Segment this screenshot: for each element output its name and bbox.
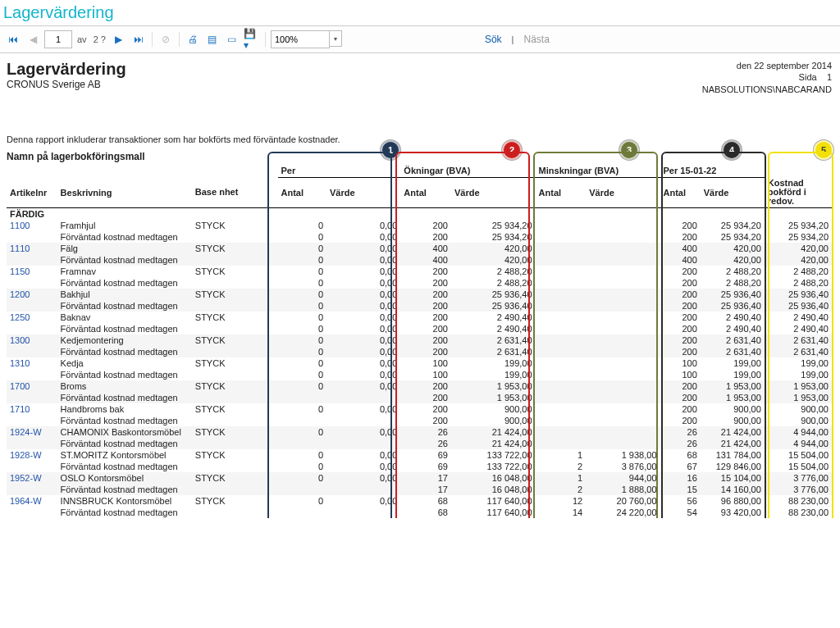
export-icon[interactable]: 💾▾: [244, 31, 260, 48]
item-desc: Baknav: [57, 312, 192, 323]
annotation-badge-3: 3: [619, 140, 639, 160]
disclaimer-text: Denna rapport inkluderar transaktioner s…: [7, 134, 832, 144]
expected-label: Förväntad kostnad medtagen: [57, 438, 278, 449]
item-unit: STYCK: [192, 289, 278, 300]
table-row: 1310KedjaSTYCK00,00100199,00100199,00199…: [7, 357, 832, 369]
annotation-badge-4: 4: [722, 140, 742, 160]
item-unit: STYCK: [192, 220, 278, 231]
stop-icon: ⊘: [158, 31, 174, 48]
table-row: 1300KedjemonteringSTYCK00,002002 631,402…: [7, 334, 832, 346]
expected-cost-row: Förväntad kostnad medtagen2001 953,00200…: [7, 392, 832, 403]
col-beskrivning: Beskrivning: [57, 177, 192, 208]
zoom-dropdown-icon[interactable]: ▾: [330, 30, 342, 47]
report-subtitle: CRONUS Sverige AB: [7, 79, 126, 90]
expected-label: Förväntad kostnad medtagen: [57, 461, 278, 472]
page-title: Lagervärdering: [0, 0, 840, 25]
item-unit: STYCK: [192, 312, 278, 323]
item-no-link[interactable]: 1250: [7, 312, 57, 323]
table-row: 1100FramhjulSTYCK00,0020025 934,2020025 …: [7, 220, 832, 231]
next-page-icon[interactable]: ▶: [111, 31, 127, 48]
report-title: Lagervärdering: [7, 60, 126, 79]
item-desc: Handbroms bak: [57, 403, 192, 415]
item-desc: Framhjul: [57, 220, 192, 231]
expected-label: Förväntad kostnad medtagen: [57, 346, 278, 357]
item-unit: STYCK: [192, 403, 278, 415]
expected-cost-row: Förväntad kostnad medtagen00,002002 631,…: [7, 346, 832, 357]
item-no-link[interactable]: 1928-W: [7, 449, 57, 461]
table-row: 1964-WINNSBRUCK KontorsmöbelSTYCK00,0068…: [7, 495, 832, 507]
expected-cost-row: Förväntad kostnad medtagen00,0069133 722…: [7, 461, 832, 472]
col-group-okningar: Ökningar (BVA): [400, 164, 535, 178]
item-unit: STYCK: [192, 426, 278, 438]
item-desc: Bakhjul: [57, 289, 192, 300]
item-desc: CHAMONIX Baskontorsmöbel: [57, 426, 192, 438]
item-no-link[interactable]: 1700: [7, 380, 57, 392]
col-group-per-date: Per 15-01-22: [660, 164, 765, 178]
print-icon[interactable]: 🖨: [185, 31, 201, 48]
item-no-link[interactable]: 1924-W: [7, 426, 57, 438]
item-desc: Fälg: [57, 243, 192, 254]
table-row: 1952-WOSLO KontorsmöbelSTYCK00,001716 04…: [7, 472, 832, 484]
page-setup-icon[interactable]: ▭: [224, 31, 240, 48]
item-desc: Broms: [57, 380, 192, 392]
expected-cost-row: Förväntad kostnad medtagen00,0020025 934…: [7, 231, 832, 243]
prev-page-icon[interactable]: ◀: [25, 31, 41, 48]
col-kostnad: Kostnad bokförd i redov.: [765, 177, 832, 208]
expected-cost-row: Förväntad kostnad medtagen00,002002 490,…: [7, 323, 832, 334]
item-no-link[interactable]: 1952-W: [7, 472, 57, 484]
item-no-link[interactable]: 1110: [7, 243, 57, 254]
item-unit: STYCK: [192, 243, 278, 254]
annotation-badge-5: 5: [814, 140, 833, 160]
item-unit: STYCK: [192, 380, 278, 392]
item-desc: Kedja: [57, 357, 192, 369]
report-toolbar: ⏮ ◀ av 2 ? ▶ ⏭ ⊘ 🖨 ▤ ▭ 💾▾ ▾ Sök | Nästa: [0, 25, 840, 53]
first-page-icon[interactable]: ⏮: [5, 31, 21, 48]
expected-label: Förväntad kostnad medtagen: [57, 415, 278, 426]
col-group-minskningar: Minskningar (BVA): [536, 164, 660, 178]
table-row: 1110FälgSTYCK00,00400420,00400420,00420,…: [7, 243, 832, 254]
page-of-label: av: [75, 34, 89, 44]
item-no-link[interactable]: 1100: [7, 220, 57, 231]
group-name: FÄRDIG: [7, 208, 832, 221]
expected-cost-row: Förväntad kostnad medtagen00,0020025 936…: [7, 300, 832, 312]
item-no-link[interactable]: 1300: [7, 334, 57, 346]
item-desc: OSLO Kontorsmöbel: [57, 472, 192, 484]
expected-cost-row: Förväntad kostnad medtagen00,00400420,00…: [7, 254, 832, 266]
item-desc: ST.MORITZ Kontorsmöbel: [57, 449, 192, 461]
expected-cost-row: Förväntad kostnad medtagen200900,0020090…: [7, 415, 832, 426]
table-row: 1250BaknavSTYCK00,002002 490,402002 490,…: [7, 312, 832, 323]
expected-cost-row: Förväntad kostnad medtagen1716 048,0021 …: [7, 484, 832, 495]
item-no-link[interactable]: 1150: [7, 266, 57, 277]
table-row: 1924-WCHAMONIX BaskontorsmöbelSTYCK00,00…: [7, 426, 832, 438]
expected-label: Förväntad kostnad medtagen: [57, 507, 278, 518]
annotation-badge-2: 2: [502, 140, 522, 160]
item-unit: STYCK: [192, 357, 278, 369]
item-unit: STYCK: [192, 472, 278, 484]
table-row: 1200BakhjulSTYCK00,0020025 936,4020025 9…: [7, 289, 832, 300]
item-unit: STYCK: [192, 449, 278, 461]
search-link[interactable]: Sök: [480, 34, 507, 45]
last-page-icon[interactable]: ⏭: [130, 31, 147, 48]
posting-group-label: Namn på lagerbokföringsmall: [7, 151, 832, 162]
layout-icon[interactable]: ▤: [204, 31, 221, 48]
col-basenhet: Base nhet: [192, 177, 278, 208]
expected-label: Förväntad kostnad medtagen: [57, 300, 278, 312]
item-unit: STYCK: [192, 334, 278, 346]
item-no-link[interactable]: 1710: [7, 403, 57, 415]
zoom-input[interactable]: [271, 30, 330, 48]
item-no-link[interactable]: 1964-W: [7, 495, 57, 507]
item-no-link[interactable]: 1310: [7, 357, 57, 369]
expected-label: Förväntad kostnad medtagen: [57, 369, 278, 380]
report-meta: den 22 september 2014 Sida 1 NABSOLUTION…: [702, 60, 832, 95]
expected-label: Förväntad kostnad medtagen: [57, 277, 278, 289]
table-row: 1928-WST.MORITZ KontorsmöbelSTYCK00,0069…: [7, 449, 832, 461]
item-desc: Kedjemontering: [57, 334, 192, 346]
item-no-link[interactable]: 1200: [7, 289, 57, 300]
item-desc: INNSBRUCK Kontorsmöbel: [57, 495, 192, 507]
page-number-input[interactable]: [44, 30, 72, 48]
next-match-link[interactable]: Nästa: [518, 34, 554, 45]
expected-label: Förväntad kostnad medtagen: [57, 231, 278, 243]
table-row: 1700BromsSTYCK00,002001 953,002001 953,0…: [7, 380, 832, 392]
table-row: 1710Handbroms bakSTYCK00,00200900,002009…: [7, 403, 832, 415]
expected-label: Förväntad kostnad medtagen: [57, 484, 278, 495]
